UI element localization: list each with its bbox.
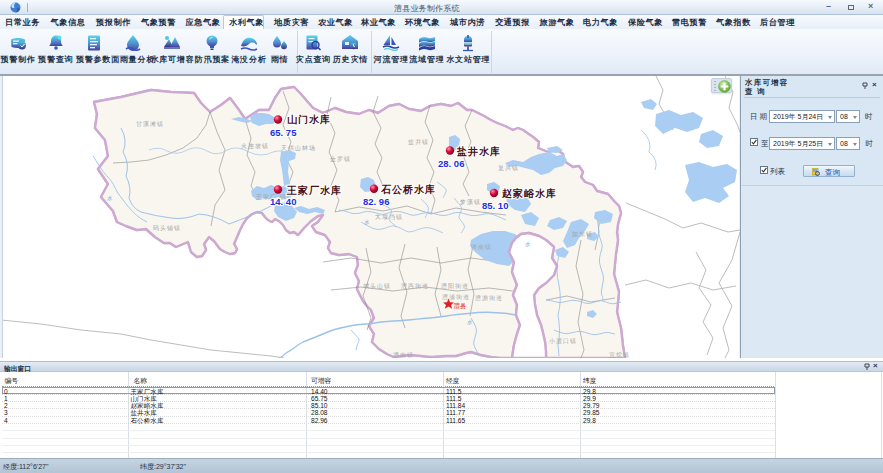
svg-text:金罗镇: 金罗镇 xyxy=(329,156,351,162)
svg-text:澧西街道: 澧西街道 xyxy=(401,283,429,290)
svg-text:盐井水库: 盐井水库 xyxy=(456,146,501,157)
svg-text:水: 水 xyxy=(364,219,370,225)
svg-text:火连坡镇: 火连坡镇 xyxy=(241,143,269,150)
svg-text:82. 96: 82. 96 xyxy=(363,196,389,207)
svg-text:澧澹街道: 澧澹街道 xyxy=(475,295,503,302)
svg-text:澧浦街道: 澧浦街道 xyxy=(442,294,470,301)
svg-text:小渡口镇: 小渡口镇 xyxy=(549,337,577,345)
svg-text:水: 水 xyxy=(467,319,473,325)
svg-text:85. 10: 85. 10 xyxy=(482,200,508,211)
svg-text:盐井镇: 盐井镇 xyxy=(408,139,429,145)
svg-text:山门水库: 山门水库 xyxy=(287,114,331,125)
svg-text:宜烷镇: 宜烷镇 xyxy=(609,351,630,358)
svg-text:涔南镇: 涔南镇 xyxy=(471,244,492,250)
svg-text:28. 06: 28. 06 xyxy=(438,158,464,169)
svg-text:澧县: 澧县 xyxy=(454,302,468,309)
svg-text:水: 水 xyxy=(107,195,113,201)
svg-text:澧阳街道: 澧阳街道 xyxy=(441,283,469,290)
svg-text:如东镇: 如东镇 xyxy=(572,230,593,238)
svg-text:14. 40: 14. 40 xyxy=(270,196,296,207)
svg-text:城头山镇: 城头山镇 xyxy=(363,283,391,289)
svg-text:甘溪滩镇: 甘溪滩镇 xyxy=(136,120,164,127)
svg-text:65. 75: 65. 75 xyxy=(270,127,297,138)
svg-text:复兴镇: 复兴镇 xyxy=(498,164,519,172)
svg-text:大堰垱镇: 大堰垱镇 xyxy=(375,213,403,220)
svg-text:码头铺镇: 码头铺镇 xyxy=(153,224,181,231)
svg-text:王家厂水库: 王家厂水库 xyxy=(286,185,342,196)
svg-text:梦溪镇: 梦溪镇 xyxy=(459,198,481,206)
svg-text:水: 水 xyxy=(525,241,531,247)
svg-text:天供山林场: 天供山林场 xyxy=(281,145,316,152)
svg-text:石公桥水库: 石公桥水库 xyxy=(380,184,436,195)
svg-text:赵家峪水库: 赵家峪水库 xyxy=(501,188,557,199)
